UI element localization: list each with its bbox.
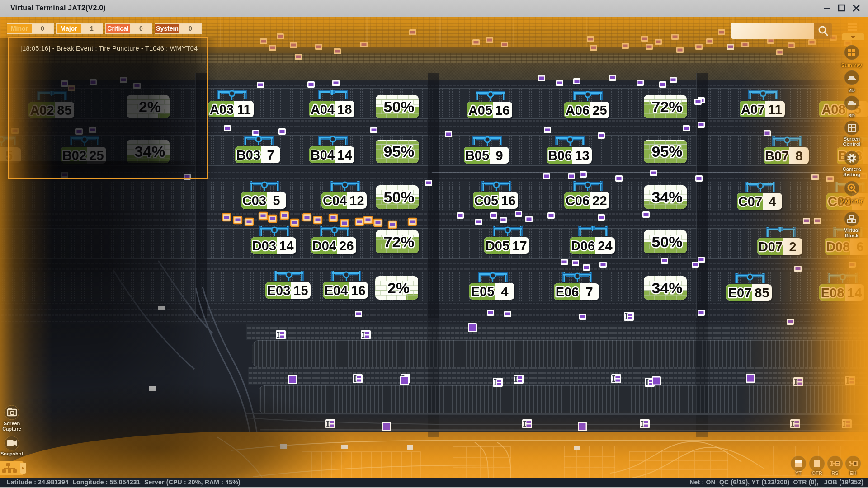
svg-text:C03: C03: [242, 193, 266, 208]
svg-text:15: 15: [293, 283, 308, 298]
svg-text:4: 4: [769, 194, 776, 209]
svg-text:C07: C07: [738, 194, 762, 209]
svg-text:26: 26: [339, 239, 354, 253]
svg-text:6: 6: [856, 239, 863, 254]
svg-text:9: 9: [495, 148, 503, 163]
svg-text:B07: B07: [765, 149, 789, 163]
svg-text:2%: 2%: [387, 279, 410, 296]
svg-text:B03: B03: [236, 148, 260, 162]
svg-text:34%: 34%: [651, 188, 682, 206]
svg-text:D07: D07: [759, 239, 783, 254]
svg-text:7: 7: [585, 285, 593, 299]
svg-text:C05: C05: [474, 193, 498, 208]
svg-text:13: 13: [575, 148, 589, 163]
svg-text:18: 18: [337, 102, 352, 117]
svg-text:D05: D05: [486, 239, 509, 253]
svg-text:C06: C06: [566, 193, 590, 208]
svg-text:5: 5: [273, 193, 280, 208]
svg-text:50%: 50%: [383, 188, 414, 206]
svg-text:E06: E06: [556, 285, 579, 299]
svg-text:95%: 95%: [651, 143, 682, 160]
svg-text:11: 11: [237, 102, 251, 117]
svg-text:A04: A04: [311, 102, 335, 117]
svg-text:50%: 50%: [651, 233, 682, 250]
svg-text:12: 12: [349, 193, 364, 208]
svg-text:16: 16: [495, 103, 509, 117]
svg-text:A03: A03: [210, 102, 234, 117]
svg-text:14: 14: [847, 286, 862, 300]
svg-text:2: 2: [789, 239, 796, 254]
svg-text:E05: E05: [471, 284, 495, 299]
svg-text:A05: A05: [468, 103, 492, 117]
svg-text:14: 14: [337, 148, 352, 162]
svg-text:16: 16: [501, 193, 515, 208]
svg-text:B04: B04: [311, 148, 335, 162]
svg-text:4: 4: [501, 284, 508, 299]
svg-text:D06: D06: [571, 239, 595, 253]
svg-text:85: 85: [755, 286, 769, 300]
svg-text:95%: 95%: [383, 143, 414, 160]
svg-text:50%: 50%: [383, 98, 414, 115]
svg-text:B05: B05: [465, 148, 489, 163]
svg-text:8: 8: [795, 149, 802, 163]
svg-text:D03: D03: [252, 239, 276, 253]
svg-text:A06: A06: [566, 103, 590, 117]
svg-text:A08: A08: [821, 102, 845, 117]
svg-text:A07: A07: [741, 102, 765, 117]
svg-text:E04: E04: [325, 283, 348, 298]
svg-text:72%: 72%: [651, 98, 682, 115]
svg-text:24: 24: [598, 239, 612, 253]
svg-text:14: 14: [279, 239, 293, 253]
svg-text:E03: E03: [267, 283, 291, 298]
svg-text:72%: 72%: [383, 233, 414, 250]
svg-text:B06: B06: [548, 148, 572, 163]
svg-text:17: 17: [512, 239, 527, 253]
svg-text:11: 11: [768, 102, 782, 117]
svg-text:E08: E08: [821, 286, 844, 300]
svg-text:7: 7: [267, 148, 274, 162]
svg-text:22: 22: [592, 193, 607, 208]
svg-text:D04: D04: [312, 239, 336, 253]
svg-text:D08: D08: [826, 239, 850, 254]
svg-text:C04: C04: [323, 193, 347, 208]
svg-text:25: 25: [592, 103, 607, 117]
svg-text:34%: 34%: [651, 279, 682, 296]
svg-text:16: 16: [351, 283, 365, 298]
svg-text:B08: B08: [838, 149, 862, 163]
svg-text:E07: E07: [728, 286, 752, 300]
